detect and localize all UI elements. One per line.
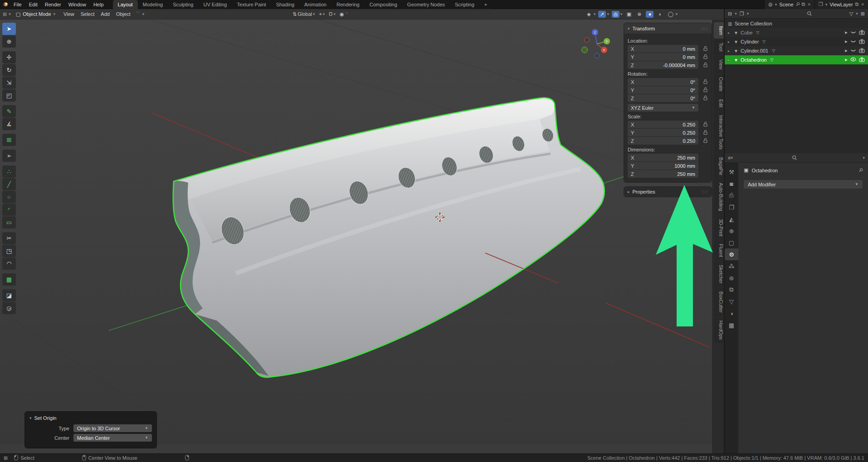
rotate-tool[interactable]: ↻: [2, 64, 16, 76]
sidebar-tab-view[interactable]: View: [714, 56, 724, 73]
properties-panel-collapsed[interactable]: ▸ Properties ::::: [624, 187, 712, 197]
display-mode-icon[interactable]: ❐: [740, 11, 744, 17]
outliner-row-cylinder[interactable]: ▸▼Cylinder▽➤: [725, 37, 868, 46]
location-x-field[interactable]: X0 mm: [628, 45, 698, 53]
add-arc-tool[interactable]: ◜: [2, 204, 16, 216]
sidebar-tab-auto-building[interactable]: Auto-Building: [714, 179, 724, 214]
dimension-z-field[interactable]: Z250 mm: [628, 170, 698, 178]
expand-icon[interactable]: ▸: [728, 31, 734, 35]
chevron-down-icon[interactable]: ▾: [142, 12, 145, 16]
pin-icon[interactable]: ⚲: [858, 167, 864, 174]
add-modifier-dropdown[interactable]: Add Modifier ▼: [744, 180, 863, 189]
workspace-tab-uv-editing[interactable]: UV Editing: [198, 0, 232, 9]
fillet-tool[interactable]: ◳: [2, 245, 16, 257]
drag-grip-icon[interactable]: ::::: [702, 26, 708, 31]
view-layer-name[interactable]: ViewLayer: [829, 2, 853, 7]
dimension-x-field[interactable]: X250 mm: [628, 154, 698, 161]
sidebar-tab-bagapie[interactable]: BagaPie: [714, 154, 724, 179]
scene-selector[interactable]: ◍▾ Scene ⚲ ⧉ ✕: [764, 0, 814, 9]
workspace-tab-scripting[interactable]: Scripting: [450, 0, 479, 9]
rotation-x-field[interactable]: X0°: [628, 78, 698, 86]
origin-center-dropdown[interactable]: Median Center▼: [73, 434, 152, 442]
sidebar-tab-edit[interactable]: Edit: [714, 96, 724, 111]
shading-wireframe-button[interactable]: ⊕: [635, 11, 643, 18]
search-icon[interactable]: [792, 155, 797, 160]
workspace-tab-sculpting[interactable]: Sculpting: [168, 0, 198, 9]
menu-help[interactable]: Help: [90, 0, 107, 9]
add-workplane-tool[interactable]: ▦: [2, 273, 16, 286]
outliner-row-octahedron[interactable]: ▸▼Octahedron▽➤: [725, 55, 868, 64]
boxcutter-tool[interactable]: ◪: [2, 289, 16, 302]
editor-type-icon[interactable]: ⊟: [728, 11, 732, 17]
add-line-tool[interactable]: ╱: [2, 178, 16, 190]
set-origin-header[interactable]: ▾ Set Origin: [29, 415, 152, 421]
properties-tab-physics[interactable]: ⊚: [725, 272, 738, 284]
blender-logo-icon[interactable]: [0, 1, 10, 7]
shading-solid-button[interactable]: ●: [646, 11, 653, 18]
scale-x-field[interactable]: X0.250: [628, 121, 698, 128]
add-cube-tool[interactable]: ⊞: [2, 134, 16, 146]
sidebar-tab-item[interactable]: Item: [714, 22, 724, 39]
workspace-tab-layout[interactable]: Layout: [113, 0, 138, 9]
set-origin-panel[interactable]: ▾ Set Origin Type Origin to 3D Cursor▼ C…: [25, 412, 156, 448]
trim-tool[interactable]: ✂: [2, 232, 16, 244]
object-name[interactable]: Cylinder.001: [741, 48, 768, 53]
eye-closed-icon[interactable]: [850, 39, 856, 44]
editor-type-icon[interactable]: ⊞: [3, 11, 7, 17]
properties-tab-render[interactable]: ◙: [725, 178, 738, 190]
shading-rendered-button[interactable]: ◯▾: [667, 11, 678, 18]
outliner-row-cylinder-001[interactable]: ▸▼Cylinder.001▽➤: [725, 46, 868, 55]
unlock-icon[interactable]: [703, 95, 708, 102]
new-scene-icon[interactable]: ⧉: [802, 1, 805, 7]
xray-toggle[interactable]: ▣: [625, 11, 633, 18]
sidebar-tab-3d-print[interactable]: 3D-Print: [714, 215, 724, 240]
sidebar-tab-boxcutter[interactable]: BoxCutter: [714, 288, 724, 316]
menu-window[interactable]: Window: [65, 0, 90, 9]
properties-tab-object-data[interactable]: ▽: [725, 296, 738, 307]
select-box-tool[interactable]: ➤: [2, 23, 16, 35]
tool-options-icon[interactable]: ⌒: [136, 11, 141, 18]
eye-closed-icon[interactable]: [850, 30, 856, 35]
chevron-down-icon[interactable]: ▾: [863, 156, 865, 160]
chevron-down-icon[interactable]: ▾: [856, 11, 858, 16]
rotation-y-field[interactable]: Y0°: [628, 86, 698, 94]
properties-tab-output[interactable]: ⎙: [725, 190, 738, 201]
workspace-tab-texture-paint[interactable]: Texture Paint: [232, 0, 271, 9]
sidebar-tab-interactive-tools[interactable]: Interactive Tools: [714, 112, 724, 153]
scale-z-field[interactable]: Z0.250: [628, 137, 698, 145]
camera-visibility-icon[interactable]: [859, 30, 865, 36]
pin-icon[interactable]: ⚲: [794, 1, 801, 8]
sidebar-tab-create[interactable]: Create: [714, 73, 724, 95]
editor-type-icon[interactable]: ⊞: [4, 455, 8, 461]
unlock-icon[interactable]: [703, 122, 708, 128]
move-tool[interactable]: ✢: [2, 51, 16, 63]
viewport-menu-object[interactable]: Object: [113, 11, 134, 17]
hardops-tool[interactable]: ◶: [2, 302, 16, 314]
selectable-icon[interactable]: ➤: [844, 30, 848, 35]
snap-target-button[interactable]: ⌖▾: [319, 11, 325, 17]
offset-arc-tool[interactable]: ◠: [2, 258, 16, 270]
proportional-editing-toggle[interactable]: ◉⌃: [340, 11, 348, 17]
camera-visibility-icon[interactable]: [859, 48, 865, 54]
workspace-tab-modeling[interactable]: Modeling: [138, 0, 168, 9]
origin-type-dropdown[interactable]: Origin to 3D Cursor▼: [73, 424, 152, 432]
properties-tab-material[interactable]: ◑: [725, 307, 738, 319]
workspace-tab-animation[interactable]: Animation: [299, 0, 332, 9]
unlock-icon[interactable]: [703, 46, 708, 52]
cursor-tool[interactable]: ⊕: [2, 35, 16, 48]
workspace-tab-rendering[interactable]: Rendering: [332, 0, 365, 9]
properties-tab-texture[interactable]: ▦: [725, 319, 738, 331]
properties-tab-scene[interactable]: ◭: [725, 213, 738, 225]
object-name[interactable]: Cylinder: [741, 39, 759, 44]
chevron-down-icon[interactable]: ▾: [735, 11, 737, 16]
sidebar-tab-tool[interactable]: Tool: [714, 39, 724, 55]
add-rectangle-tool[interactable]: ▭: [2, 216, 16, 229]
menu-file[interactable]: File: [10, 0, 25, 9]
eye-open-icon[interactable]: [850, 57, 856, 63]
new-collection-icon[interactable]: ⊞: [861, 11, 865, 17]
expand-icon[interactable]: ▸: [728, 40, 734, 44]
object-name[interactable]: Cube: [741, 30, 752, 35]
properties-tab-object[interactable]: ▢: [725, 237, 738, 248]
properties-tab-world[interactable]: ⊕: [725, 225, 738, 237]
eye-closed-icon[interactable]: [850, 48, 856, 53]
